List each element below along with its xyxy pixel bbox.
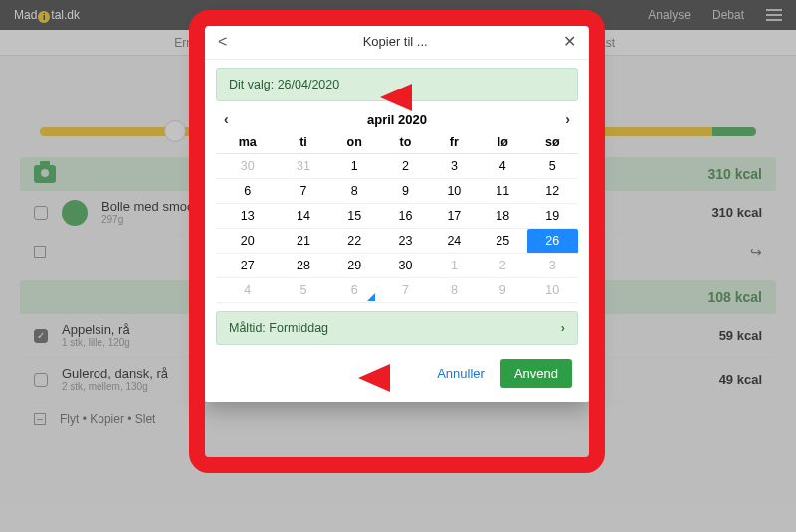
- calendar-day[interactable]: 8: [327, 179, 381, 204]
- calendar-day[interactable]: 17: [430, 204, 479, 229]
- calendar-day[interactable]: 23: [381, 229, 430, 254]
- calendar-day[interactable]: 30: [216, 154, 280, 179]
- calendar-day[interactable]: 19: [527, 204, 578, 229]
- calendar-day[interactable]: 26: [527, 229, 578, 254]
- calendar-day[interactable]: 31: [280, 154, 328, 179]
- meal-selector-label: Måltid: Formiddag: [229, 321, 328, 335]
- calendar-weekday: lø: [479, 131, 527, 154]
- calendar-weekday: fr: [430, 131, 479, 154]
- calendar-day[interactable]: 11: [479, 179, 527, 204]
- close-icon[interactable]: ✕: [563, 32, 576, 51]
- modal-title: Kopier til ...: [227, 34, 563, 49]
- calendar-day[interactable]: 21: [280, 229, 328, 254]
- selection-summary[interactable]: Dit valg: 26/04/2020: [216, 68, 578, 101]
- calendar-day[interactable]: 29: [327, 254, 381, 278]
- calendar-day[interactable]: 7: [381, 278, 430, 303]
- chevron-right-icon: ›: [561, 321, 565, 335]
- calendar-day[interactable]: 27: [216, 254, 280, 278]
- calendar-day[interactable]: 25: [479, 229, 527, 254]
- calendar-day[interactable]: 5: [280, 278, 328, 303]
- calendar-month-label: april 2020: [229, 112, 566, 127]
- calendar-day[interactable]: 28: [280, 254, 328, 278]
- calendar-day[interactable]: 12: [527, 179, 578, 204]
- calendar-grid: mationtofrløsø 3031123456789101112131415…: [216, 131, 578, 303]
- copy-to-modal: < Kopier til ... ✕ Dit valg: 26/04/2020 …: [204, 24, 590, 402]
- calendar-day[interactable]: 14: [280, 204, 328, 229]
- calendar-day[interactable]: 18: [479, 204, 527, 229]
- calendar-next-month[interactable]: ›: [565, 111, 570, 127]
- calendar-weekday: ma: [216, 131, 280, 154]
- calendar-day[interactable]: 10: [527, 278, 578, 303]
- calendar-day[interactable]: 1: [430, 254, 479, 278]
- calendar-day[interactable]: 15: [327, 204, 381, 229]
- calendar-weekday: to: [381, 131, 430, 154]
- meal-selector[interactable]: Måltid: Formiddag ›: [216, 311, 578, 345]
- calendar-day[interactable]: 1: [327, 154, 381, 179]
- calendar-day[interactable]: 7: [280, 179, 328, 204]
- calendar-day[interactable]: 22: [327, 229, 381, 254]
- calendar-day[interactable]: 3: [430, 154, 479, 179]
- calendar-day[interactable]: 24: [430, 229, 479, 254]
- calendar-day[interactable]: 10: [430, 179, 479, 204]
- calendar-weekday: sø: [527, 131, 578, 154]
- calendar-day[interactable]: 6: [216, 179, 280, 204]
- calendar-day[interactable]: 9: [381, 179, 430, 204]
- calendar-weekday: ti: [280, 131, 328, 154]
- calendar-day[interactable]: 20: [216, 229, 280, 254]
- calendar-day[interactable]: 30: [381, 254, 430, 278]
- back-button[interactable]: <: [218, 33, 227, 51]
- calendar-day[interactable]: 3: [527, 254, 578, 278]
- calendar-day[interactable]: 13: [216, 204, 280, 229]
- calendar-day[interactable]: 8: [430, 278, 479, 303]
- calendar-day[interactable]: 6: [327, 278, 381, 303]
- selection-label: Dit valg: 26/04/2020: [229, 78, 339, 91]
- calendar-day[interactable]: 2: [479, 254, 527, 278]
- calendar-day[interactable]: 9: [479, 278, 527, 303]
- apply-button[interactable]: Anvend: [500, 359, 572, 388]
- calendar-day[interactable]: 5: [527, 154, 578, 179]
- calendar-day[interactable]: 2: [381, 154, 430, 179]
- cancel-button[interactable]: Annuller: [437, 366, 485, 381]
- calendar-day[interactable]: 4: [479, 154, 527, 179]
- calendar-day[interactable]: 16: [381, 204, 430, 229]
- calendar-day[interactable]: 4: [216, 278, 280, 303]
- calendar-weekday: on: [327, 131, 381, 154]
